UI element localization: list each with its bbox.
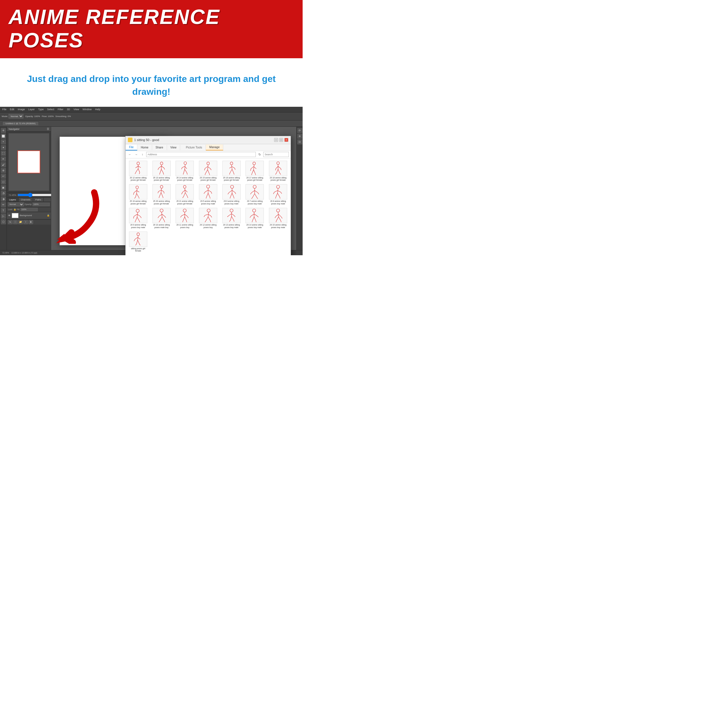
file-item-m7[interactable]: 29 7 anime sitting poses boy male [243,183,266,206]
ps-menu-item[interactable]: Layer [28,108,35,111]
ps-menu-item[interactable]: 3D [67,108,70,111]
file-item-f14[interactable]: 25 14 anime sitting poses girl female [173,160,196,183]
fe-ribbon-tab-share[interactable]: Share [152,145,167,150]
ps-menu-item[interactable]: Type [38,108,44,111]
svg-point-173 [230,209,233,212]
svg-line-181 [229,220,230,222]
file-item-m15[interactable]: 29 15 anime sitting poses boy male [267,207,289,230]
fe-back-btn[interactable]: ← [127,152,133,157]
file-item-extra1[interactable]: sitting poses girl female [127,230,150,254]
history-brush-icon[interactable]: ↩ [1,174,6,179]
ps-menu-item[interactable]: Edit [10,108,15,111]
pen-tool-icon[interactable]: ✏ [1,202,6,207]
svg-line-83 [162,196,163,198]
file-name-m13: 29 13 anime sitting poses boy male [222,224,241,229]
ps-new-group-btn[interactable]: 📁 [18,220,23,224]
fe-minimize-btn[interactable]: − [274,138,278,142]
file-item-m12[interactable]: 29 12 anime sitting poses boy [197,207,220,230]
ps-channels-tab[interactable]: Channels [18,198,33,202]
svg-point-163 [207,209,210,212]
ps-delete-layer-btn[interactable]: 🗑 [29,220,33,224]
fe-ribbon-tab-manage[interactable]: Manage [206,144,223,150]
file-item-f17[interactable]: 25 17 anime sitting poses girl female [243,160,266,183]
file-item-m11[interactable]: 29 11 anime sitting poses boy [173,207,196,230]
ps-menu-item[interactable]: Select [47,108,54,111]
file-item-f19[interactable]: 25 19 anime sitting poses girl female [127,183,150,206]
navigator-menu-icon[interactable]: ☰ [47,128,49,130]
file-item-m5[interactable]: 29 5 anime sitting poses boy male [197,183,220,206]
ps-puppet-warp-icon[interactable]: ⊛ [297,134,302,139]
svg-line-25 [183,173,184,174]
file-item-m10[interactable]: 29 10 anime sitting poses male boy [150,207,173,230]
lasso-tool-icon[interactable]: ⌖ [1,139,6,144]
ps-layer-mode-select[interactable]: Normal [8,202,24,206]
blur-tool-icon[interactable]: ◔ [1,191,6,196]
ps-add-style-btn[interactable]: fx [8,220,12,224]
ps-opacity-input[interactable] [32,203,50,206]
file-item-m8[interactable]: 29 8 anime sitting poses boy male [267,183,289,206]
ps-mode-select[interactable]: Normal [9,114,23,118]
ps-menu-item[interactable]: View [73,108,79,111]
ps-menu-item[interactable]: File [2,108,6,111]
ps-content-aware-icon[interactable]: ⊡ [297,139,302,144]
file-item-m9[interactable]: 29 9 anime sitting poses boy male [127,207,150,230]
fe-forward-btn[interactable]: → [134,152,139,157]
3d-tool-icon[interactable]: ⬡ [1,219,6,225]
fe-close-btn[interactable]: × [284,138,288,142]
ps-document-tab[interactable]: Untitled-1 @ 72.4% (RGB/8#) [2,121,39,125]
fe-maximize-btn[interactable]: □ [279,138,283,142]
fe-ribbon-tab-home[interactable]: Home [137,145,152,150]
move-tool-icon[interactable]: ✛ [1,128,6,133]
fe-ribbon-tab-picture-tools[interactable]: Picture Tools [182,145,206,150]
file-item-m13[interactable]: 29 13 anime sitting poses boy male [220,207,243,230]
svg-line-97 [208,190,211,192]
fe-refresh-btn[interactable]: ↻ [257,152,262,157]
dodge-tool-icon[interactable]: ◑ [1,196,6,202]
eyedropper-icon[interactable]: ✒ [1,156,6,162]
svg-line-180 [231,216,234,220]
svg-line-23 [184,169,185,173]
fe-ribbon-tab-file[interactable]: File [125,144,137,150]
file-item-m6[interactable]: 29 6 anime sitting poses boy male [220,183,243,206]
fe-address-input[interactable] [146,152,256,157]
file-item-f18[interactable]: 25 18 anime sitting poses girl female [267,160,289,183]
file-item-f12[interactable]: 25 12 anime sitting poses girl female [127,160,150,183]
shape-tool-icon[interactable]: ▷ [1,214,6,219]
file-item-m14[interactable]: 29 14 anime sitting poses boy male [243,207,266,230]
ps-layer-eye-icon[interactable]: 👁 [8,214,11,217]
ps-paths-tab[interactable]: Paths [33,198,44,202]
ps-menu-item[interactable]: Window [83,108,92,111]
fe-search-input[interactable] [263,152,289,157]
fe-ribbon-tab-view[interactable]: View [167,145,180,150]
ps-menu-item[interactable]: Help [95,108,101,111]
file-thumb-m15 [269,208,287,223]
header-banner: ANIME REFERENCE POSES [0,0,303,58]
ps-menu-item[interactable]: Image [18,108,25,111]
file-item-f16[interactable]: 25 16 anime sitting poses girl female [220,160,243,183]
brush-tool-icon[interactable]: 🖌 [1,162,6,167]
fe-up-btn[interactable]: ↑ [140,152,145,157]
ps-menu-item[interactable]: Filter [58,108,63,111]
clone-stamp-icon[interactable]: ⊕ [1,168,6,173]
gradient-tool-icon[interactable]: ▣ [1,185,6,190]
file-item-f21[interactable]: 25 21 anime sitting poses girl female [173,183,196,206]
svg-line-139 [136,217,137,221]
text-tool-icon[interactable]: T [1,208,6,213]
magic-wand-icon[interactable]: ✦ [1,145,6,150]
crop-tool-icon[interactable]: ⛶ [1,151,6,156]
ps-layers-tab[interactable]: Layers [7,198,18,202]
svg-line-141 [135,221,136,222]
ps-new-layer-btn[interactable]: + [23,220,28,224]
eraser-tool-icon[interactable]: ◻ [1,179,6,184]
ps-fill-input[interactable] [21,208,38,211]
file-item-f15[interactable]: 25 15 anime sitting poses girl female [197,160,220,183]
svg-point-133 [136,209,139,213]
ps-add-mask-btn[interactable]: □ [13,220,18,224]
ps-3d-rotate-icon[interactable]: ⟳ [297,128,302,133]
svg-line-179 [230,216,231,220]
ps-zoom-slider[interactable] [17,194,54,196]
marquee-tool-icon[interactable]: ⬜ [1,134,6,139]
file-item-f20[interactable]: 25 20 anime sitting poses girl female [150,183,173,206]
file-item-f13[interactable]: 25 13 anime sitting poses girl female [150,160,173,183]
svg-line-175 [229,214,231,216]
